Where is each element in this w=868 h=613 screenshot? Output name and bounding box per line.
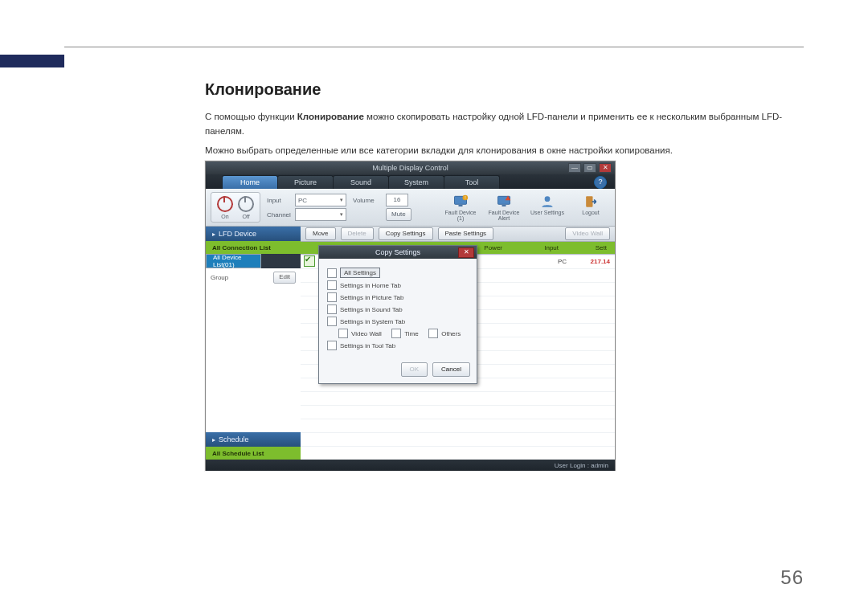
opt-video-wall: Video Wall — [351, 330, 382, 337]
action-bar: Move Delete Copy Settings Paste Settings… — [301, 227, 615, 242]
close-button[interactable]: ✕ — [599, 163, 612, 173]
row-input: PC — [558, 258, 567, 265]
tab-sound[interactable]: Sound — [333, 175, 389, 189]
p1-pre: С помощью функции — [205, 112, 297, 121]
check-all-settings[interactable] — [327, 268, 337, 278]
dialog-title: Copy Settings — [375, 248, 420, 256]
channel-select[interactable]: ▾ — [295, 208, 346, 221]
check-tool-tab[interactable] — [327, 341, 337, 350]
check-home-tab[interactable] — [327, 280, 337, 290]
col-set: Sett — [596, 244, 607, 251]
sidebar: LFD Device All Connection List All Devic… — [206, 227, 301, 460]
group-edit-button[interactable]: Edit — [273, 272, 296, 284]
opt-system-tab: Settings in System Tab — [340, 318, 405, 325]
chevron-down-icon: ▾ — [340, 211, 343, 218]
tab-picture[interactable]: Picture — [277, 175, 334, 189]
power-off-button[interactable]: Off — [235, 196, 256, 219]
power-off-label: Off — [242, 214, 249, 219]
sidebar-header-devices[interactable]: LFD Device — [206, 227, 301, 241]
page-number: 56 — [780, 566, 804, 589]
svg-rect-1 — [459, 205, 463, 206]
fault-device-button[interactable]: !Fault Device (1) — [441, 194, 480, 222]
check-others[interactable] — [428, 329, 438, 338]
ribbon: On Off InputPC▾ Channel▾ Volume16 Mute !… — [206, 189, 615, 227]
chevron-down-icon: ▾ — [340, 197, 343, 203]
sidebar-item-all-connection[interactable]: All Connection List — [206, 241, 301, 254]
input-value: PC — [298, 197, 307, 204]
col-input: Input — [544, 244, 559, 251]
svg-point-6 — [545, 196, 551, 202]
mute-button[interactable]: Mute — [386, 208, 411, 221]
logout-icon — [583, 194, 599, 210]
row-checkbox[interactable] — [304, 255, 315, 267]
copy-settings-dialog: Copy Settings ✕ All Settings Settings in… — [318, 245, 477, 384]
power-on-button[interactable]: On — [215, 196, 235, 219]
dialog-close-button[interactable]: ✕ — [458, 247, 474, 258]
main-tabs: Home Picture Sound System Tool ? — [206, 174, 615, 189]
dialog-cancel-button[interactable]: Cancel — [432, 362, 470, 377]
check-sound-tab[interactable] — [327, 304, 337, 314]
copy-settings-button[interactable]: Copy Settings — [379, 227, 433, 240]
minimize-button[interactable]: — — [568, 163, 581, 173]
user-settings-button[interactable]: User Settings — [528, 194, 567, 222]
col-power: Power — [484, 244, 502, 251]
dialog-titlebar: Copy Settings ✕ — [319, 246, 477, 259]
opt-others: Others — [441, 330, 461, 337]
logout-label: Logout — [582, 210, 599, 215]
user-icon — [539, 194, 555, 210]
volume-label: Volume — [353, 197, 383, 204]
svg-rect-7 — [586, 196, 592, 206]
svg-text:!: ! — [465, 194, 465, 199]
fault-alert-button[interactable]: Fault Device Alert — [485, 194, 523, 222]
check-time[interactable] — [391, 329, 401, 338]
sidebar-item-all-schedule[interactable]: All Schedule List — [206, 447, 301, 460]
fault-device-label: Fault Device (1) — [441, 210, 480, 222]
input-label: Input — [267, 197, 293, 204]
delete-button[interactable]: Delete — [341, 227, 374, 240]
app-titlebar: Multiple Display Control — ▭ ✕ — [206, 161, 615, 174]
status-bar: User Login : admin — [206, 460, 615, 471]
page-thick-rule — [0, 55, 64, 67]
svg-rect-5 — [502, 205, 506, 206]
power-on-label: On — [221, 214, 228, 219]
channel-label: Channel — [267, 211, 293, 219]
move-button[interactable]: Move — [305, 227, 336, 240]
monitor-alert-icon — [496, 194, 512, 210]
opt-all-settings: All Settings — [340, 268, 380, 278]
logout-button[interactable]: Logout — [571, 194, 610, 222]
opt-picture-tab: Settings in Picture Tab — [340, 294, 403, 301]
sidebar-header-schedule[interactable]: Schedule — [206, 432, 301, 447]
power-off-icon — [238, 196, 254, 212]
check-picture-tab[interactable] — [327, 292, 337, 302]
user-settings-label: User Settings — [530, 210, 564, 215]
dialog-ok-button[interactable]: OK — [401, 362, 428, 377]
monitor-warning-icon: ! — [452, 194, 469, 210]
opt-tool-tab: Settings in Tool Tab — [340, 342, 395, 349]
group-label: Group — [211, 274, 228, 281]
tab-tool[interactable]: Tool — [444, 175, 500, 189]
page-top-rule — [64, 47, 804, 47]
video-wall-button[interactable]: Video Wall — [565, 227, 610, 240]
opt-time: Time — [404, 330, 418, 337]
opt-sound-tab: Settings in Sound Tab — [340, 306, 403, 313]
input-select[interactable]: PC▾ — [295, 194, 346, 206]
power-on-icon — [217, 196, 233, 212]
opt-home-tab: Settings in Home Tab — [340, 282, 401, 289]
section-heading: Клонирование — [205, 80, 804, 99]
embedded-screenshot: Multiple Display Control — ▭ ✕ Home Pict… — [205, 161, 616, 471]
tab-system[interactable]: System — [388, 175, 444, 189]
paragraph-2: Можно выбрать определенные или все катег… — [205, 144, 804, 158]
paste-settings-button[interactable]: Paste Settings — [438, 227, 494, 240]
check-video-wall[interactable] — [338, 329, 348, 338]
p1-bold: Клонирование — [297, 112, 364, 121]
volume-value[interactable]: 16 — [386, 194, 408, 206]
status-text: User Login : admin — [555, 462, 608, 469]
row-ip: 217.14 — [591, 258, 610, 265]
maximize-button[interactable]: ▭ — [583, 163, 596, 173]
help-icon[interactable]: ? — [594, 176, 607, 189]
check-system-tab[interactable] — [327, 317, 337, 326]
paragraph-1: С помощью функции Клонирование можно ско… — [205, 110, 804, 139]
fault-alert-label: Fault Device Alert — [485, 210, 523, 222]
tab-home[interactable]: Home — [222, 175, 278, 189]
sidebar-item-all-devices[interactable]: All Device List(01) — [206, 254, 261, 268]
